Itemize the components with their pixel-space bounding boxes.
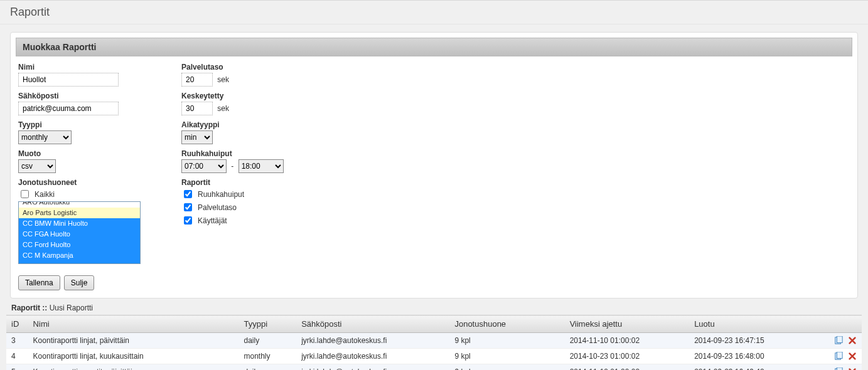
input-abandoned[interactable]: [181, 102, 213, 115]
cell-name: Koontiraportti agentit, päivittäin: [28, 364, 239, 371]
edit-icon[interactable]: [834, 352, 843, 361]
label-name: Nimi: [18, 63, 144, 71]
queue-option[interactable]: ARO Autotukku: [19, 201, 140, 208]
label-all: Kaikki: [35, 190, 55, 199]
svg-rect-5: [837, 367, 842, 370]
delete-icon[interactable]: [848, 336, 857, 345]
label-report-peaks: Ruuhkahuiput: [198, 190, 244, 199]
label-reports: Raportit: [181, 178, 307, 187]
svg-rect-1: [837, 336, 842, 343]
input-servicelevel[interactable]: [181, 73, 213, 87]
edit-icon[interactable]: [834, 367, 843, 370]
cell-id: 3: [6, 333, 28, 349]
queue-option[interactable]: CC BMW Mini Huolto: [19, 218, 140, 229]
panel-header: Muokkaa Raportti: [16, 38, 852, 56]
cell-created: 2014-09-23 16:49:42: [689, 364, 823, 371]
th-lastrun[interactable]: Viimeksi ajettu: [565, 315, 689, 333]
cell-email: jyrki.lahde@autokeskus.fi: [296, 349, 449, 364]
label-timetype: Aikatyyppi: [181, 120, 307, 129]
svg-rect-3: [837, 352, 842, 359]
cell-lastrun: 2014-11-10 01:00:02: [565, 333, 689, 349]
label-abandoned: Keskeytetty: [181, 92, 307, 100]
breadcrumb-b[interactable]: Uusi Raportti: [50, 304, 93, 312]
breadcrumb-a[interactable]: Raportit: [11, 304, 40, 312]
checkbox-report-users[interactable]: [184, 216, 192, 225]
queue-option[interactable]: CC M Kampanja: [19, 250, 140, 261]
th-id[interactable]: iD: [6, 315, 28, 333]
th-created[interactable]: Luotu: [689, 315, 823, 333]
queue-option[interactable]: CC Ford Huolto: [19, 240, 140, 250]
cell-type: daily: [239, 333, 297, 349]
th-name[interactable]: Nimi: [28, 315, 239, 333]
table-row: 5Koontiraportti agentit, päivittäindaily…: [6, 364, 862, 371]
cell-created: 2014-09-23 16:48:00: [689, 349, 823, 364]
cell-queue: 9 kpl: [449, 364, 564, 371]
label-format: Muoto: [18, 149, 144, 158]
label-peaks: Ruuhkahuiput: [181, 149, 307, 158]
label-servicelevel: Palvelutaso: [181, 63, 307, 71]
queue-listbox[interactable]: ARO AutotukkuAro Parts LogisticCC BMW Mi…: [18, 201, 141, 264]
cell-id: 5: [6, 364, 28, 371]
delete-icon[interactable]: [848, 352, 857, 361]
edit-icon[interactable]: [834, 336, 843, 345]
label-queues: Jonotushuoneet: [18, 178, 144, 187]
cell-lastrun: 2014-10-23 01:00:02: [565, 349, 689, 364]
queue-option[interactable]: CC FGA Huolto: [19, 229, 140, 240]
input-name[interactable]: [18, 73, 119, 87]
cell-email: jyrki.lahde@autokeskus.fi: [296, 333, 449, 349]
checkbox-report-servicelevel[interactable]: [184, 203, 192, 211]
breadcrumb: Raportit :: Uusi Raportti: [11, 304, 857, 312]
table-row: 3Koontiraportti linjat, päivittäindailyj…: [6, 333, 862, 349]
select-type[interactable]: monthly: [18, 130, 72, 144]
cell-actions: [823, 349, 862, 364]
cell-created: 2014-09-23 16:47:15: [689, 333, 823, 349]
delete-icon[interactable]: [848, 367, 857, 370]
cell-lastrun: 2014-11-10 01:00:02: [565, 364, 689, 371]
label-report-servicelevel: Palvelutaso: [198, 203, 237, 212]
cell-type: monthly: [239, 349, 297, 364]
cell-type: daily: [239, 364, 297, 371]
checkbox-report-peaks[interactable]: [184, 190, 192, 198]
reports-table: iD Nimi Tyyppi Sähköposti Jonotushuone V…: [6, 315, 862, 370]
cell-name: Koontiraportti linjat, kuukausittain: [28, 349, 239, 364]
label-email: Sähköposti: [18, 92, 144, 100]
th-email[interactable]: Sähköposti: [296, 315, 449, 333]
table-header-row: iD Nimi Tyyppi Sähköposti Jonotushuone V…: [6, 315, 862, 333]
cell-name: Koontiraportti linjat, päivittäin: [28, 333, 239, 349]
input-email[interactable]: [18, 102, 119, 115]
label-report-users: Käyttäjät: [198, 216, 227, 225]
th-type[interactable]: Tyyppi: [239, 315, 297, 333]
checkbox-all-queues[interactable]: [21, 190, 29, 198]
cell-queue: 9 kpl: [449, 333, 564, 349]
select-peak-start[interactable]: 07:00: [181, 159, 227, 173]
cell-queue: 9 kpl: [449, 349, 564, 364]
page-title: Raportit: [0, 0, 868, 24]
label-type: Tyyppi: [18, 120, 144, 129]
th-actions: [823, 315, 862, 333]
unit-sec-1: sek: [217, 75, 229, 84]
th-queue[interactable]: Jonotushuone: [449, 315, 564, 333]
queue-option[interactable]: CC Monimerkkihuolto: [19, 261, 140, 264]
unit-sec-2: sek: [217, 104, 229, 113]
dash: -: [231, 162, 233, 171]
edit-report-panel: Muokkaa Raportti Nimi Sähköposti Tyyppi …: [10, 32, 858, 299]
table-row: 4Koontiraportti linjat, kuukausittainmon…: [6, 349, 862, 364]
queue-option[interactable]: Aro Parts Logistic: [19, 208, 140, 218]
select-timetype[interactable]: min: [181, 130, 213, 144]
cell-id: 4: [6, 349, 28, 364]
cell-actions: [823, 364, 862, 371]
select-format[interactable]: csv: [18, 159, 56, 173]
cell-actions: [823, 333, 862, 349]
close-button[interactable]: Sulje: [64, 275, 95, 290]
cell-email: jyrki.lahde@autokeskus.fi: [296, 364, 449, 371]
select-peak-end[interactable]: 18:00: [238, 159, 284, 173]
save-button[interactable]: Tallenna: [18, 275, 60, 290]
